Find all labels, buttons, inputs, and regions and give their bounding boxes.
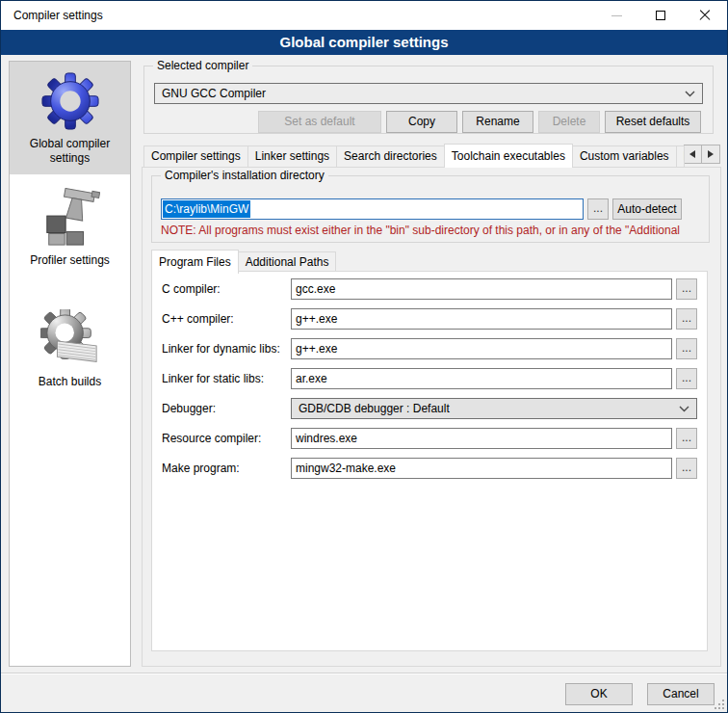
selected-compiler-legend: Selected compiler bbox=[153, 59, 252, 72]
compiler-settings-dialog: Compiler settings Global compiler settin… bbox=[0, 0, 728, 713]
program-files-panel: C compiler: ... C++ compiler: ... Linker… bbox=[151, 271, 708, 651]
gray-gear-stack-icon bbox=[13, 307, 126, 371]
tab-search-directories[interactable]: Search directories bbox=[336, 145, 445, 167]
caliper-blocks-icon bbox=[13, 186, 126, 250]
blue-gear-icon bbox=[13, 69, 126, 133]
tab-linker-settings[interactable]: Linker settings bbox=[247, 145, 337, 167]
dialog-content: Global compiler settings Pro bbox=[1, 55, 727, 712]
close-button[interactable] bbox=[683, 1, 727, 30]
bin-subdirectory-note: NOTE: All programs must exist either in … bbox=[161, 224, 705, 237]
sidebar-item-global-compiler-settings[interactable]: Global compiler settings bbox=[10, 62, 130, 174]
toolchain-subtabs: Program Files Additional Paths bbox=[151, 250, 709, 273]
dynamic-linker-label: Linker for dynamic libs: bbox=[162, 342, 291, 356]
tab-custom-variables[interactable]: Custom variables bbox=[572, 145, 677, 167]
settings-tabstrip: Compiler settings Linker settings Search… bbox=[143, 143, 719, 167]
titlebar: Compiler settings bbox=[1, 1, 727, 30]
installation-dir-browse-button[interactable]: ... bbox=[587, 198, 609, 220]
cpp-compiler-browse-button[interactable]: ... bbox=[676, 308, 697, 330]
static-linker-row: Linker for static libs: ... bbox=[162, 368, 697, 389]
settings-sidebar: Global compiler settings Pro bbox=[9, 61, 131, 667]
make-program-row: Make program: ... bbox=[162, 458, 697, 479]
debugger-row: Debugger: GDB/CDB debugger : Default bbox=[162, 398, 697, 419]
cancel-button[interactable]: Cancel bbox=[647, 683, 715, 705]
maximize-icon bbox=[656, 11, 665, 20]
installation-dir-input[interactable]: C:\raylib\MinGW bbox=[161, 198, 584, 220]
c-compiler-label: C compiler: bbox=[162, 282, 291, 296]
sidebar-item-label: Global compiler settings bbox=[13, 137, 126, 166]
resource-compiler-label: Resource compiler: bbox=[162, 432, 291, 445]
toolchain-executables-panel: Compiler's installation directory C:\ray… bbox=[142, 167, 721, 667]
static-linker-label: Linker for static libs: bbox=[162, 372, 291, 385]
selected-compiler-group: Selected compiler GNU GCC Compiler Set a… bbox=[143, 66, 714, 134]
triangle-right-icon bbox=[708, 150, 714, 158]
tab-compiler-settings[interactable]: Compiler settings bbox=[143, 145, 248, 167]
tab-toolchain-executables[interactable]: Toolchain executables bbox=[444, 144, 573, 168]
rename-button[interactable]: Rename bbox=[462, 111, 533, 133]
autodetect-button[interactable]: Auto-detect bbox=[612, 198, 682, 220]
installation-dir-selected-text: C:\raylib\MinGW bbox=[163, 200, 250, 218]
c-compiler-browse-button[interactable]: ... bbox=[676, 278, 697, 300]
compiler-select-value: GNU GCC Compiler bbox=[162, 87, 685, 100]
caption-buttons bbox=[594, 1, 727, 30]
tab-build-options[interactable]: Build options bbox=[676, 145, 685, 167]
make-program-input[interactable] bbox=[291, 458, 672, 479]
make-program-label: Make program: bbox=[162, 462, 291, 475]
static-linker-browse-button[interactable]: ... bbox=[676, 368, 697, 389]
delete-button: Delete bbox=[538, 111, 600, 133]
subtab-additional-paths[interactable]: Additional Paths bbox=[238, 251, 337, 273]
copy-button[interactable]: Copy bbox=[386, 111, 457, 133]
tab-scroll-left-button[interactable] bbox=[684, 145, 702, 164]
resource-compiler-row: Resource compiler: ... bbox=[162, 428, 697, 449]
cpp-compiler-row: C++ compiler: ... bbox=[162, 308, 697, 330]
static-linker-input[interactable] bbox=[291, 368, 672, 389]
dynamic-linker-browse-button[interactable]: ... bbox=[676, 338, 697, 359]
compiler-buttons-row: Set as default Copy Rename Delete Reset … bbox=[154, 111, 701, 133]
dynamic-linker-input[interactable] bbox=[291, 338, 672, 359]
ok-button[interactable]: OK bbox=[565, 683, 633, 705]
c-compiler-input[interactable] bbox=[291, 278, 672, 300]
debugger-select[interactable]: GDB/CDB debugger : Default bbox=[291, 398, 697, 419]
page-title: Global compiler settings bbox=[1, 30, 727, 55]
resource-compiler-browse-button[interactable]: ... bbox=[676, 428, 697, 449]
resource-compiler-input[interactable] bbox=[291, 428, 672, 449]
installation-directory-group: Compiler's installation directory C:\ray… bbox=[151, 175, 710, 243]
minimize-button[interactable] bbox=[594, 1, 638, 30]
close-icon bbox=[699, 10, 711, 21]
cpp-compiler-label: C++ compiler: bbox=[162, 312, 291, 326]
chevron-down-icon bbox=[679, 406, 689, 412]
maximize-button[interactable] bbox=[638, 1, 683, 30]
resize-grip[interactable] bbox=[713, 698, 725, 710]
sidebar-item-label: Batch builds bbox=[13, 375, 126, 389]
tab-scroll-right-button[interactable] bbox=[702, 145, 720, 164]
debugger-select-value: GDB/CDB debugger : Default bbox=[299, 402, 679, 415]
minimize-icon bbox=[611, 15, 622, 16]
cpp-compiler-input[interactable] bbox=[291, 308, 672, 330]
triangle-left-icon bbox=[689, 150, 695, 158]
dynamic-linker-row: Linker for dynamic libs: ... bbox=[162, 338, 697, 359]
sidebar-item-batch-builds[interactable]: Batch builds bbox=[10, 300, 130, 398]
make-program-browse-button[interactable]: ... bbox=[676, 458, 697, 479]
window-title: Compiler settings bbox=[1, 9, 103, 22]
reset-defaults-button[interactable]: Reset defaults bbox=[605, 111, 701, 133]
c-compiler-row: C compiler: ... bbox=[162, 278, 697, 300]
set-as-default-button: Set as default bbox=[258, 111, 381, 133]
compiler-select[interactable]: GNU GCC Compiler bbox=[154, 83, 703, 104]
chevron-down-icon bbox=[685, 91, 695, 97]
installation-directory-legend: Compiler's installation directory bbox=[161, 169, 328, 182]
subtab-program-files[interactable]: Program Files bbox=[151, 250, 239, 274]
tab-scroll-arrows bbox=[684, 145, 720, 164]
sidebar-item-label: Profiler settings bbox=[13, 253, 126, 268]
footer-divider bbox=[1, 673, 727, 674]
debugger-label: Debugger: bbox=[162, 402, 291, 415]
installation-directory-row: C:\raylib\MinGW ... Auto-detect bbox=[161, 198, 682, 220]
sidebar-item-profiler-settings[interactable]: Profiler settings bbox=[10, 178, 130, 277]
